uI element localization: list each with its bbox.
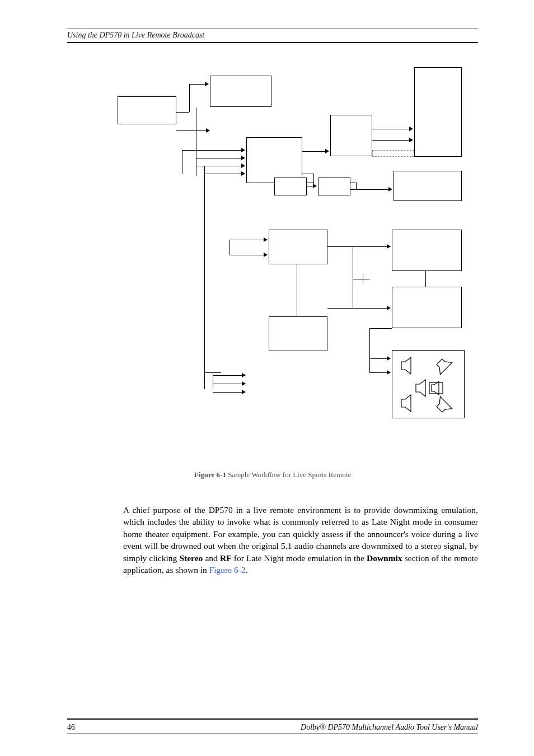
box-dp570 — [246, 137, 302, 183]
figure-link[interactable]: Figure 6-2 — [209, 565, 246, 575]
box-speakers — [392, 350, 465, 418]
box-console — [210, 76, 271, 107]
dashed-link — [372, 150, 414, 157]
body-p1b: and — [203, 553, 220, 563]
box-dp569 — [392, 230, 462, 271]
page-header: Using the DP570 in Live Remote Broadcast — [67, 28, 478, 43]
box-dp572 — [269, 316, 327, 351]
box-router — [330, 115, 372, 156]
page-footer: 46 Dolby® DP570 Multichannel Audio Tool … — [67, 718, 478, 734]
caption-label: Figure 6-1 — [194, 470, 226, 479]
box-sdi-embedder — [274, 178, 307, 195]
header-title: Using the DP570 in Live Remote Broadcast — [67, 31, 204, 39]
caption-body: Sample Workflow for Live Sports Remote — [228, 470, 351, 479]
box-dp571 — [269, 230, 327, 264]
figure-caption: Figure 6-1 Sample Workflow for Live Spor… — [67, 470, 478, 479]
workflow-diagram — [118, 62, 476, 459]
box-dp562 — [392, 287, 462, 328]
footer-title: Dolby® DP570 Multichannel Audio Tool Use… — [301, 723, 478, 732]
body-p1e: . — [246, 565, 248, 575]
body-paragraph: A chief purpose of the DP570 in a live r… — [123, 504, 478, 576]
box-dm100 — [394, 171, 462, 201]
page-number: 46 — [67, 723, 75, 732]
box-stage2 — [318, 178, 350, 195]
body-rf: RF — [220, 553, 232, 563]
speaker-array-icon — [395, 353, 462, 415]
box-effects-mixer — [118, 96, 176, 124]
body-p1c: for Late Night mode emulation in the — [232, 553, 367, 563]
box-speaker-controller — [414, 67, 462, 157]
body-downmix: Downmix — [367, 553, 402, 563]
body-stereo: Stereo — [179, 553, 203, 563]
